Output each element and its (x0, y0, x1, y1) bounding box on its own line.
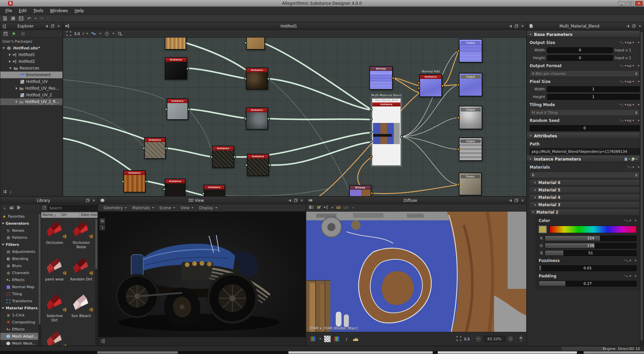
library-item-random-dirt[interactable]: Random Dirt (68, 256, 95, 293)
tree-item-resources[interactable]: Resources (0, 65, 62, 72)
tree-view-icon[interactable] (2, 24, 7, 29)
materials-count-dropdown[interactable]: 6 (530, 172, 640, 178)
function-icons[interactable] (619, 64, 634, 68)
node-inst-darktex2[interactable]: Instance (247, 154, 269, 176)
view3d-menu-scene[interactable]: Scene (157, 206, 177, 210)
library-items-scrollbar[interactable] (95, 218, 98, 346)
expand-arrow-icon[interactable] (9, 53, 11, 56)
collapse-arrow[interactable] (638, 104, 640, 105)
scene-tree-icon[interactable] (101, 339, 105, 344)
expand-arrow-icon[interactable] (9, 68, 12, 69)
node-inst-dark-b[interactable]: Instance (204, 185, 225, 196)
material-row-material-5[interactable]: Material 5 (530, 187, 640, 193)
right-connector-dot[interactable] (187, 108, 190, 111)
menu-tools[interactable]: Tools (30, 7, 47, 15)
export-icon[interactable] (20, 31, 26, 36)
close-panel-icon[interactable]: × (299, 198, 304, 203)
left-connector-dot[interactable] (244, 77, 247, 80)
close-panel-icon[interactable]: × (637, 24, 642, 28)
right-connector-dot[interactable] (370, 192, 373, 195)
pin-icon[interactable] (44, 24, 49, 28)
collapse-arrow[interactable] (635, 260, 637, 261)
float-icon[interactable] (85, 198, 90, 203)
function-icons[interactable] (619, 41, 634, 44)
menu-edit[interactable]: Edit (15, 7, 30, 15)
expand-arrow-icon[interactable] (535, 189, 536, 191)
node-inst-darkrust[interactable]: Instance (246, 68, 268, 90)
maximize-button[interactable]: ▢ (627, 1, 634, 6)
minimize-button[interactable]: ▁ (618, 1, 625, 6)
material-row-material-4[interactable]: Material 4 (530, 194, 640, 201)
info-mode-icon[interactable]: i (83, 32, 84, 36)
expand-arrow-icon[interactable] (2, 307, 4, 309)
function-icons[interactable] (624, 259, 631, 262)
pixel-width-slider[interactable]: 1 (547, 86, 640, 92)
link-mode-icon[interactable] (91, 31, 97, 36)
material-row-material-6[interactable]: Material 6 (530, 179, 640, 186)
close-panel-icon[interactable]: × (520, 24, 525, 28)
collapse-arrow[interactable] (638, 42, 640, 43)
node-link-arrow[interactable] (331, 207, 333, 209)
zoom-in-button[interactable]: ＋ (508, 336, 513, 342)
left-connector-dot[interactable] (121, 180, 124, 183)
library-category-compositing[interactable]: Compositing (0, 319, 38, 326)
search-input[interactable] (48, 205, 100, 211)
library-category-blurs[interactable]: Blurs (0, 262, 38, 269)
tree-item-hotrod1[interactable]: HotRod1 (0, 51, 62, 58)
library-item-paint-wear[interactable]: paint wear (41, 256, 68, 293)
open-document-icon[interactable] (10, 16, 16, 21)
random-seed-slider[interactable]: 0 (530, 125, 640, 131)
section-attributes[interactable]: Attributes (527, 133, 640, 139)
left-connector-dot[interactable] (457, 49, 460, 52)
tree-item-hotrod-sbs[interactable]: HotRod.sbs* (0, 45, 62, 51)
node-bitmap-bottom[interactable]: Bitmap (349, 185, 371, 196)
left-connector-dot[interactable] (245, 164, 248, 167)
node-output-gray1[interactable]: Output (459, 106, 482, 129)
float-icon[interactable] (514, 24, 519, 28)
path-value[interactable]: pkg://Multi_Material_Blend?dependency=11… (530, 148, 640, 154)
info-icon[interactable]: i (10, 190, 11, 194)
output-format-dropdown[interactable]: 8 Bits per channel (530, 70, 640, 77)
node-inst-dark-a[interactable]: Instance (165, 179, 185, 196)
expand-arrow-icon[interactable] (16, 87, 17, 90)
left-connector-dot[interactable] (457, 183, 460, 186)
column-date[interactable]: Date modi (79, 212, 98, 218)
g-slider[interactable]: 138 (545, 243, 637, 249)
tree-item-hotrod2[interactable]: HotRod2 (0, 58, 62, 65)
uv-mode-arrow[interactable] (352, 207, 354, 209)
right-connector-dot[interactable] (392, 77, 395, 80)
dependencies-icon[interactable] (3, 190, 7, 195)
channels-arrow[interactable] (319, 338, 321, 340)
pin-icon[interactable] (287, 198, 292, 203)
mip-slider-icon[interactable] (519, 336, 523, 343)
library-category-material-filters[interactable]: Material Filters (0, 305, 38, 312)
node-output-cutout[interactable]: Output (459, 73, 482, 96)
expand-arrow-icon[interactable] (9, 60, 11, 63)
node-inst-graytex[interactable]: Instance (144, 137, 166, 159)
left-connector-dot[interactable] (370, 118, 373, 121)
library-category-1-click[interactable]: 1-Click (0, 312, 38, 319)
material-row-material-3[interactable]: Material 3 (530, 202, 640, 208)
view2d-viewport[interactable]: 2048 x 2048 (RGBA, 8bpc) (306, 212, 526, 332)
fit-image-icon[interactable] (457, 336, 461, 342)
library-category-transforms[interactable]: Transforms (0, 298, 38, 305)
save-package-icon[interactable] (2, 31, 8, 36)
left-connector-dot[interactable] (210, 156, 213, 159)
close-button[interactable]: ✕ (635, 1, 643, 6)
section-instance-parameters[interactable]: Instance Parameters (527, 156, 640, 163)
camera-icon[interactable] (336, 206, 341, 210)
view3d-viewport[interactable] (98, 212, 306, 337)
close-panel-icon[interactable]: × (520, 198, 525, 203)
compare-images-icon[interactable] (309, 205, 314, 210)
left-connector-dot[interactable] (370, 155, 373, 158)
library-category-noises[interactable]: Noises (0, 227, 38, 234)
expand-arrow-icon[interactable] (535, 204, 536, 206)
rgb-display-icon[interactable] (333, 336, 340, 342)
redo-icon[interactable]: ↷ (39, 16, 45, 21)
view3d-menu-materials[interactable]: Materials (130, 206, 156, 210)
library-category-tiling[interactable]: Tiling (0, 291, 38, 298)
right-connector-dot[interactable] (145, 180, 148, 183)
collapse-arrow[interactable] (638, 65, 640, 67)
section-base-parameters[interactable]: Base Parameters (527, 31, 640, 38)
collapse-arrow[interactable] (638, 81, 640, 82)
